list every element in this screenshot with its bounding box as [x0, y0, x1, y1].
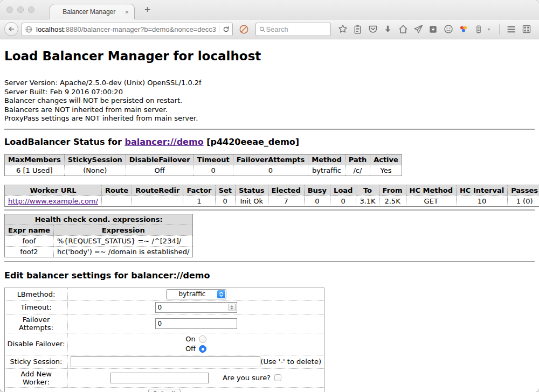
bookmark-star-icon[interactable]	[337, 24, 348, 35]
col-from: From	[379, 185, 406, 195]
table-header-row: MaxMembers StickySession DisableFailover…	[5, 154, 402, 165]
are-you-sure-checkbox[interactable]	[274, 374, 281, 381]
form-row-sticky: Sticky Session: (Use '-' to delete)	[5, 355, 324, 368]
balancer-demo-link[interactable]: balancer://demo	[125, 137, 203, 147]
content-blocked-icon[interactable]	[239, 24, 249, 34]
table-title-row: Health check cond. expressions:	[5, 214, 193, 225]
table-header-row: Worker URL Route RouteRedir Factor Set S…	[5, 185, 539, 195]
radio-on[interactable]	[199, 335, 206, 343]
tab-bar: Balancer Manager × +	[0, 0, 539, 19]
browser-tab[interactable]: Balancer Manager ×	[50, 4, 135, 19]
url-path: :8880/balancer-manager?b=demo&nonce=decc…	[64, 25, 216, 33]
note-proxypass: ProxyPass settings are NOT inherited fro…	[4, 114, 535, 123]
radio-off[interactable]	[199, 345, 206, 353]
url-bar[interactable]: localhost:8880/balancer-manager?b=demo&n…	[22, 23, 233, 36]
window-close-button[interactable]	[6, 6, 13, 13]
table-header-row: Expr name Expression	[5, 225, 193, 235]
feedback-smiley-icon[interactable]	[443, 24, 454, 35]
battery-icon[interactable]	[473, 24, 484, 35]
window-minimize-button[interactable]	[17, 6, 24, 13]
health-row: foof2 hc('body') =~ /domain is establish…	[5, 246, 193, 257]
grid-tiles-icon[interactable]	[521, 24, 532, 35]
col-maxmembers: MaxMembers	[5, 154, 65, 165]
col-hc-method: HC Method	[406, 185, 456, 195]
col-busy: Busy	[304, 185, 330, 195]
col-factor: Factor	[183, 185, 215, 195]
pocket-icon[interactable]	[367, 24, 378, 35]
health-table-title: Health check cond. expressions:	[5, 214, 193, 225]
timeout-field-wrap	[155, 302, 237, 313]
cell-failoverattempts: 0	[233, 165, 308, 176]
new-tab-button[interactable]: +	[142, 4, 153, 15]
reload-icon[interactable]	[222, 25, 230, 33]
form-row-timeout: Timeout:	[5, 300, 324, 314]
are-you-sure-label: Are you sure?	[223, 374, 271, 382]
cell-expression: hc('body') =~ /domain is established/	[53, 246, 193, 257]
col-disablefailover: DisableFailover	[126, 154, 194, 165]
tab-close-icon[interactable]: ×	[123, 8, 130, 16]
color-dots-icon[interactable]	[458, 24, 469, 35]
cell-routeredir	[132, 195, 183, 206]
globe-icon	[24, 25, 33, 34]
note-balancers: Balancers are NOT inherited from main se…	[4, 106, 535, 115]
url-divider	[219, 25, 219, 34]
cell-hc-interval: 10	[456, 195, 507, 206]
page-title: Load Balancer Manager for localhost	[4, 48, 535, 64]
page-content: Load Balancer Manager for localhost Serv…	[0, 39, 539, 392]
form-row-add-worker: Add New Worker: Are you sure?	[5, 368, 324, 387]
cell-maxmembers: 6 [1 Used]	[5, 165, 65, 176]
col-load: Load	[330, 185, 356, 195]
radio-on-label: On	[185, 335, 195, 343]
cell-from: 2.5K	[379, 195, 406, 206]
cell-busy: 0	[304, 195, 330, 206]
overflow-caret-icon[interactable]: ▾	[488, 27, 493, 32]
window-controls	[6, 6, 34, 13]
save-box-icon[interactable]	[427, 24, 439, 35]
note-persist: Balancer changes will NOT be persisted o…	[4, 96, 535, 106]
cell-passes: 1 (0)	[508, 195, 539, 206]
server-built: Server Built: Feb 9 2016 07:00:20	[4, 88, 535, 97]
edit-settings-form: LBmethod: bytraffic Timeout:	[4, 288, 324, 392]
sticky-session-input[interactable]	[71, 356, 260, 367]
col-passes: Passes	[508, 185, 539, 195]
worker-url-link[interactable]: http://www.example.com/	[8, 197, 98, 205]
timeout-input[interactable]	[156, 303, 237, 312]
search-bar[interactable]	[255, 23, 331, 36]
home-icon[interactable]	[397, 24, 409, 35]
cell-expression: %{REQUEST_STATUS} =~ /^[234]/	[53, 235, 193, 246]
clipboard-icon[interactable]	[352, 24, 363, 35]
col-expr-name: Expr name	[5, 225, 54, 235]
failover-attempts-input[interactable]	[156, 319, 237, 328]
heading-prefix: LoadBalancer Status for	[4, 137, 125, 147]
edit-settings-heading: Edit balancer settings for balancer://de…	[4, 270, 535, 281]
number-stepper-icon[interactable]	[229, 304, 236, 311]
back-button[interactable]	[4, 22, 18, 36]
cell-path: /c/	[345, 165, 370, 176]
col-route: Route	[101, 185, 132, 195]
url-host: localhost	[36, 25, 64, 33]
health-check-table: Health check cond. expressions: Expr nam…	[4, 214, 193, 257]
submit-button[interactable]: Submit	[148, 389, 181, 392]
send-icon[interactable]	[412, 24, 424, 35]
col-timeout: Timeout	[194, 154, 233, 165]
browser-window: Balancer Manager × + localhost:8880/bala…	[0, 0, 539, 392]
divider	[4, 209, 535, 211]
col-method: Method	[308, 154, 345, 165]
col-status: Status	[235, 185, 268, 195]
server-info: Server Version: Apache/2.5.0-dev (Unix) …	[4, 79, 535, 123]
hamburger-menu-icon[interactable]	[506, 24, 517, 35]
search-input[interactable]	[266, 25, 328, 33]
url-text[interactable]: localhost:8880/balancer-manager?b=demo&n…	[36, 25, 216, 33]
add-worker-input[interactable]	[110, 373, 209, 383]
cell-active: Yes	[370, 165, 402, 176]
radio-off-label: Off	[185, 345, 196, 353]
cell-hc-method: GET	[406, 195, 456, 206]
download-icon[interactable]	[382, 24, 393, 35]
worker-table: Worker URL Route RouteRedir Factor Set S…	[4, 185, 539, 207]
lbmethod-select[interactable]: bytraffic	[166, 289, 226, 299]
failover-field-wrap	[155, 318, 237, 329]
sticky-session-note: (Use '-' to delete)	[260, 358, 321, 366]
col-hc-interval: HC Interval	[456, 185, 507, 195]
divider	[4, 129, 535, 130]
window-zoom-button[interactable]	[28, 6, 34, 13]
